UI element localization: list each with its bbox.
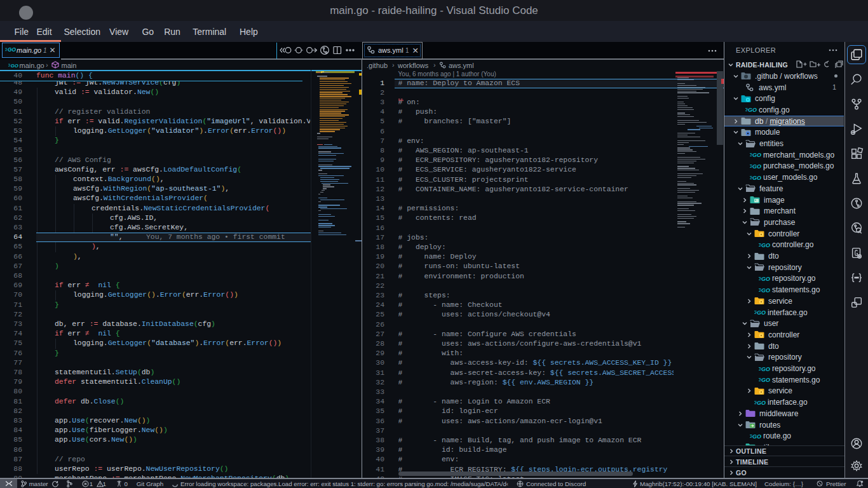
svg-text:GO: GO [757,309,766,316]
svg-text:GO: GO [752,175,761,181]
svg-text:GO: GO [752,433,761,440]
svg-text:GO: GO [757,400,766,406]
svg-text:GO: GO [11,62,18,68]
svg-text:GO: GO [752,152,761,158]
svg-text:GO: GO [748,107,757,113]
svg-text:GO: GO [761,366,770,372]
svg-text:GO: GO [752,163,761,170]
svg-text:GO: GO [761,287,770,294]
svg-text:GO: GO [761,276,770,282]
svg-text:GO: GO [761,242,770,248]
svg-text:GO: GO [761,377,770,383]
svg-text:GO: GO [8,46,17,53]
